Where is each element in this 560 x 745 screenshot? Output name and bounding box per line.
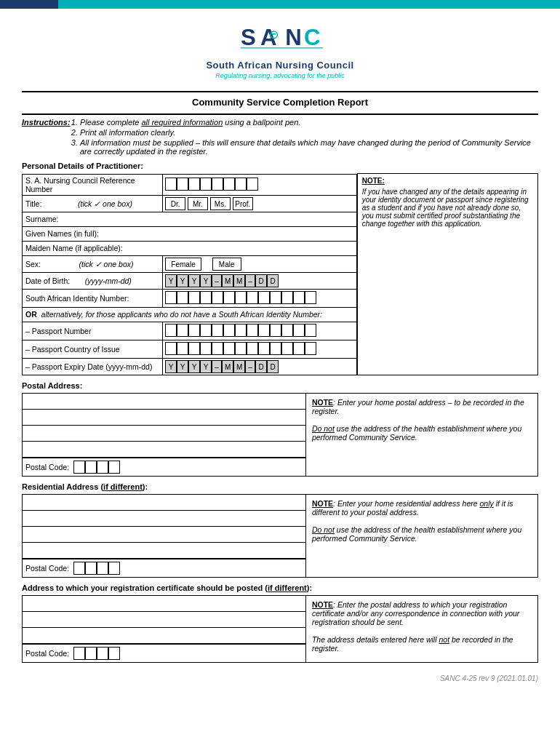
sex-options: Female Male — [163, 255, 357, 272]
postal-code-row: Postal Code: — [23, 458, 305, 476]
postal-code-3[interactable] — [97, 461, 108, 474]
res-code-2[interactable] — [85, 562, 97, 575]
passport-expiry-boxes: YYYY–MM–DD — [163, 358, 357, 375]
instruction-2: Print all information clearly. — [80, 128, 538, 137]
sex-male[interactable]: Male — [212, 258, 241, 271]
ref-box-3[interactable] — [188, 178, 200, 191]
title-ms[interactable]: Ms. — [210, 197, 231, 210]
instruction-3: All information must be supplied – this … — [80, 138, 538, 156]
ref-box-8[interactable] — [247, 178, 258, 191]
residential-line-2[interactable] — [23, 511, 305, 527]
passport-country-row: – Passport Country of Issue — [23, 340, 357, 358]
said-row: South African Identity Number: — [23, 289, 357, 307]
residential-address-note: NOTE: Enter your home residential addres… — [305, 495, 537, 578]
cert-line-1[interactable] — [23, 596, 305, 612]
cert-code-2[interactable] — [85, 647, 97, 660]
title-dr[interactable]: Dr. — [165, 197, 185, 210]
dob-d1: D — [255, 274, 267, 287]
ref-box-5[interactable] — [212, 178, 223, 191]
council-ref-label: S. A. Nursing Council Reference Number — [23, 174, 163, 195]
title-label: Title: (tick ✓ one box) — [23, 195, 163, 212]
cert-code-label: Postal Code: — [25, 649, 69, 658]
postal-line-1[interactable] — [23, 394, 305, 410]
cert-code-3[interactable] — [97, 647, 108, 660]
ref-box-4[interactable] — [200, 178, 212, 191]
personal-details-title: Personal Details of Practitioner: — [22, 162, 538, 170]
ref-box-1[interactable] — [165, 178, 177, 191]
dob-m2: M — [233, 274, 245, 287]
residential-line-3[interactable] — [23, 527, 305, 543]
residential-line-1[interactable] — [23, 495, 305, 511]
instruction-1: Please complete all required information… — [80, 118, 538, 127]
postal-address-title: Postal Address: — [22, 381, 538, 390]
residential-note-text1: Enter your home residential address here… — [312, 499, 513, 517]
ref-box-7[interactable] — [235, 178, 247, 191]
id-1[interactable] — [165, 291, 177, 304]
org-tagline: Regulating nursing, advocating for the p… — [215, 72, 345, 79]
title-mr[interactable]: Mr. — [188, 197, 208, 210]
postal-line-2[interactable] — [23, 410, 305, 426]
postal-note-text2: Do not use the address of the health est… — [312, 424, 521, 442]
svg-text:N: N — [285, 25, 302, 50]
title-options: Dr. Mr. Ms. Prof. — [163, 195, 357, 212]
postal-code-2[interactable] — [85, 461, 97, 474]
svg-text:S: S — [241, 25, 256, 50]
res-code-3[interactable] — [97, 562, 108, 575]
passport-number-label: – Passport Number — [23, 322, 163, 340]
personal-note-text: If you have changed any of the details a… — [362, 188, 533, 228]
cert-code-4[interactable] — [108, 647, 120, 660]
res-code-4[interactable] — [108, 562, 120, 575]
postal-line-4[interactable] — [23, 442, 305, 458]
cert-note-title: NOTE — [312, 600, 333, 609]
surname-row: Surname: — [23, 212, 357, 226]
id-8[interactable] — [247, 291, 258, 304]
residential-code-label: Postal Code: — [25, 564, 69, 573]
dob-y4: Y — [200, 274, 212, 287]
maiden-name-label: Maiden Name (if applicable): — [23, 241, 357, 255]
ref-box-2[interactable] — [177, 178, 188, 191]
svg-text:C: C — [304, 25, 321, 50]
id-3[interactable] — [188, 291, 200, 304]
instructions-block: Instructions: Please complete all requir… — [22, 118, 538, 156]
dob-label: Date of Birth: (yyyy-mm-dd) — [23, 272, 163, 289]
postal-code-4[interactable] — [108, 461, 120, 474]
ref-box-6[interactable] — [223, 178, 235, 191]
sanc-logo: S A N C — [236, 16, 324, 60]
id-9[interactable] — [258, 291, 270, 304]
cert-line-2[interactable] — [23, 612, 305, 628]
dob-instruction: (yyyy-mm-dd) — [85, 276, 132, 285]
res-code-1[interactable] — [73, 562, 85, 575]
id-4[interactable] — [200, 291, 212, 304]
postal-code-1[interactable] — [73, 461, 85, 474]
main-content: Community Service Completion Report Inst… — [0, 91, 560, 697]
postal-code-label: Postal Code: — [25, 463, 69, 471]
id-7[interactable] — [235, 291, 247, 304]
sex-female[interactable]: Female — [165, 258, 201, 271]
dob-d2: D — [267, 274, 279, 287]
cert-line-3[interactable] — [23, 628, 305, 644]
id-2[interactable] — [177, 291, 188, 304]
residential-line-4[interactable] — [23, 543, 305, 559]
postal-address-table: Postal Code: NOTE: Enter your home posta… — [22, 393, 538, 477]
top-bar — [0, 0, 560, 9]
id-6[interactable] — [223, 291, 235, 304]
title-divider — [22, 91, 538, 92]
inner-form-table: S. A. Nursing Council Reference Number T… — [22, 174, 357, 375]
cert-address-left: Postal Code: — [23, 596, 306, 663]
cert-address-note: NOTE: Enter the postal address to which … — [305, 596, 537, 663]
title-row: Title: (tick ✓ one box) Dr. Mr. Ms. Prof… — [23, 195, 357, 212]
said-label: South African Identity Number: — [23, 289, 163, 307]
title-prof[interactable]: Prof. — [233, 197, 253, 210]
id-5[interactable] — [212, 291, 223, 304]
residential-code-row: Postal Code: — [23, 559, 305, 577]
cert-address-title: Address to which your registration certi… — [22, 583, 538, 592]
id-12[interactable] — [293, 291, 305, 304]
postal-address-left: Postal Code: — [23, 394, 306, 477]
id-11[interactable] — [281, 291, 293, 304]
cert-code-1[interactable] — [73, 647, 85, 660]
id-10[interactable] — [270, 291, 281, 304]
form-title: Community Service Completion Report — [22, 97, 538, 108]
cert-code-row: Postal Code: — [23, 644, 305, 662]
id-13[interactable] — [305, 291, 316, 304]
postal-line-3[interactable] — [23, 426, 305, 442]
